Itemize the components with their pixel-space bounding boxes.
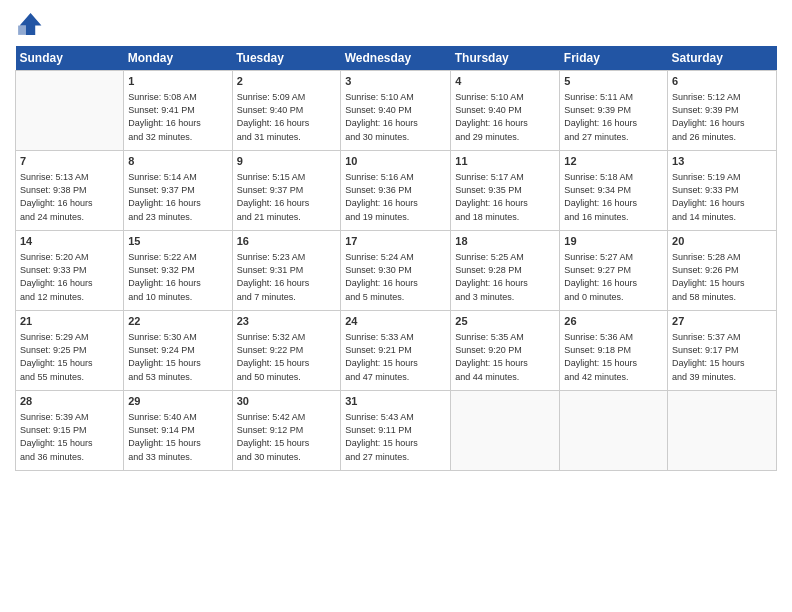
day-info: Sunrise: 5:08 AM Sunset: 9:41 PM Dayligh… (128, 91, 227, 143)
day-number: 24 (345, 314, 446, 329)
weekday-header-thursday: Thursday (451, 46, 560, 71)
day-info: Sunrise: 5:19 AM Sunset: 9:33 PM Dayligh… (672, 171, 772, 223)
day-info: Sunrise: 5:42 AM Sunset: 9:12 PM Dayligh… (237, 411, 337, 463)
calendar-cell: 12Sunrise: 5:18 AM Sunset: 9:34 PM Dayli… (560, 151, 668, 231)
calendar-cell: 24Sunrise: 5:33 AM Sunset: 9:21 PM Dayli… (341, 311, 451, 391)
calendar-cell (560, 391, 668, 471)
day-info: Sunrise: 5:14 AM Sunset: 9:37 PM Dayligh… (128, 171, 227, 223)
day-number: 28 (20, 394, 119, 409)
day-number: 4 (455, 74, 555, 89)
day-info: Sunrise: 5:24 AM Sunset: 9:30 PM Dayligh… (345, 251, 446, 303)
calendar-cell: 17Sunrise: 5:24 AM Sunset: 9:30 PM Dayli… (341, 231, 451, 311)
day-number: 19 (564, 234, 663, 249)
calendar-cell (451, 391, 560, 471)
day-number: 21 (20, 314, 119, 329)
calendar-cell: 13Sunrise: 5:19 AM Sunset: 9:33 PM Dayli… (668, 151, 777, 231)
day-info: Sunrise: 5:28 AM Sunset: 9:26 PM Dayligh… (672, 251, 772, 303)
calendar-cell: 28Sunrise: 5:39 AM Sunset: 9:15 PM Dayli… (16, 391, 124, 471)
weekday-header-wednesday: Wednesday (341, 46, 451, 71)
calendar-cell: 2Sunrise: 5:09 AM Sunset: 9:40 PM Daylig… (232, 71, 341, 151)
day-info: Sunrise: 5:33 AM Sunset: 9:21 PM Dayligh… (345, 331, 446, 383)
day-number: 18 (455, 234, 555, 249)
day-number: 11 (455, 154, 555, 169)
header (15, 10, 777, 38)
day-number: 30 (237, 394, 337, 409)
weekday-row: SundayMondayTuesdayWednesdayThursdayFrid… (16, 46, 777, 71)
calendar-cell: 21Sunrise: 5:29 AM Sunset: 9:25 PM Dayli… (16, 311, 124, 391)
day-number: 7 (20, 154, 119, 169)
logo-icon (15, 10, 43, 38)
day-info: Sunrise: 5:30 AM Sunset: 9:24 PM Dayligh… (128, 331, 227, 383)
calendar-cell: 25Sunrise: 5:35 AM Sunset: 9:20 PM Dayli… (451, 311, 560, 391)
day-info: Sunrise: 5:22 AM Sunset: 9:32 PM Dayligh… (128, 251, 227, 303)
day-info: Sunrise: 5:09 AM Sunset: 9:40 PM Dayligh… (237, 91, 337, 143)
day-info: Sunrise: 5:15 AM Sunset: 9:37 PM Dayligh… (237, 171, 337, 223)
calendar-cell: 6Sunrise: 5:12 AM Sunset: 9:39 PM Daylig… (668, 71, 777, 151)
page: SundayMondayTuesdayWednesdayThursdayFrid… (0, 0, 792, 612)
day-number: 15 (128, 234, 227, 249)
day-info: Sunrise: 5:16 AM Sunset: 9:36 PM Dayligh… (345, 171, 446, 223)
weekday-header-saturday: Saturday (668, 46, 777, 71)
week-row-4: 21Sunrise: 5:29 AM Sunset: 9:25 PM Dayli… (16, 311, 777, 391)
calendar-cell: 23Sunrise: 5:32 AM Sunset: 9:22 PM Dayli… (232, 311, 341, 391)
calendar-cell: 19Sunrise: 5:27 AM Sunset: 9:27 PM Dayli… (560, 231, 668, 311)
day-number: 22 (128, 314, 227, 329)
calendar-cell: 10Sunrise: 5:16 AM Sunset: 9:36 PM Dayli… (341, 151, 451, 231)
day-number: 25 (455, 314, 555, 329)
calendar-cell: 11Sunrise: 5:17 AM Sunset: 9:35 PM Dayli… (451, 151, 560, 231)
day-number: 17 (345, 234, 446, 249)
calendar-cell: 26Sunrise: 5:36 AM Sunset: 9:18 PM Dayli… (560, 311, 668, 391)
weekday-header-monday: Monday (124, 46, 232, 71)
calendar-body: 1Sunrise: 5:08 AM Sunset: 9:41 PM Daylig… (16, 71, 777, 471)
calendar-cell: 30Sunrise: 5:42 AM Sunset: 9:12 PM Dayli… (232, 391, 341, 471)
day-number: 12 (564, 154, 663, 169)
day-info: Sunrise: 5:10 AM Sunset: 9:40 PM Dayligh… (455, 91, 555, 143)
day-info: Sunrise: 5:18 AM Sunset: 9:34 PM Dayligh… (564, 171, 663, 223)
day-info: Sunrise: 5:32 AM Sunset: 9:22 PM Dayligh… (237, 331, 337, 383)
day-number: 3 (345, 74, 446, 89)
calendar-cell: 27Sunrise: 5:37 AM Sunset: 9:17 PM Dayli… (668, 311, 777, 391)
day-info: Sunrise: 5:11 AM Sunset: 9:39 PM Dayligh… (564, 91, 663, 143)
day-number: 31 (345, 394, 446, 409)
week-row-3: 14Sunrise: 5:20 AM Sunset: 9:33 PM Dayli… (16, 231, 777, 311)
day-info: Sunrise: 5:17 AM Sunset: 9:35 PM Dayligh… (455, 171, 555, 223)
day-number: 6 (672, 74, 772, 89)
calendar-cell: 29Sunrise: 5:40 AM Sunset: 9:14 PM Dayli… (124, 391, 232, 471)
day-info: Sunrise: 5:10 AM Sunset: 9:40 PM Dayligh… (345, 91, 446, 143)
calendar-cell: 20Sunrise: 5:28 AM Sunset: 9:26 PM Dayli… (668, 231, 777, 311)
day-number: 23 (237, 314, 337, 329)
calendar-cell: 16Sunrise: 5:23 AM Sunset: 9:31 PM Dayli… (232, 231, 341, 311)
day-number: 13 (672, 154, 772, 169)
calendar-cell: 7Sunrise: 5:13 AM Sunset: 9:38 PM Daylig… (16, 151, 124, 231)
calendar-cell: 14Sunrise: 5:20 AM Sunset: 9:33 PM Dayli… (16, 231, 124, 311)
calendar-cell (16, 71, 124, 151)
day-number: 2 (237, 74, 337, 89)
calendar-cell: 9Sunrise: 5:15 AM Sunset: 9:37 PM Daylig… (232, 151, 341, 231)
day-info: Sunrise: 5:27 AM Sunset: 9:27 PM Dayligh… (564, 251, 663, 303)
weekday-header-tuesday: Tuesday (232, 46, 341, 71)
calendar-cell: 15Sunrise: 5:22 AM Sunset: 9:32 PM Dayli… (124, 231, 232, 311)
day-info: Sunrise: 5:12 AM Sunset: 9:39 PM Dayligh… (672, 91, 772, 143)
calendar-cell: 1Sunrise: 5:08 AM Sunset: 9:41 PM Daylig… (124, 71, 232, 151)
day-info: Sunrise: 5:36 AM Sunset: 9:18 PM Dayligh… (564, 331, 663, 383)
calendar-table: SundayMondayTuesdayWednesdayThursdayFrid… (15, 46, 777, 471)
week-row-2: 7Sunrise: 5:13 AM Sunset: 9:38 PM Daylig… (16, 151, 777, 231)
weekday-header-friday: Friday (560, 46, 668, 71)
calendar-cell: 4Sunrise: 5:10 AM Sunset: 9:40 PM Daylig… (451, 71, 560, 151)
weekday-header-sunday: Sunday (16, 46, 124, 71)
day-number: 14 (20, 234, 119, 249)
day-info: Sunrise: 5:29 AM Sunset: 9:25 PM Dayligh… (20, 331, 119, 383)
day-number: 10 (345, 154, 446, 169)
day-number: 26 (564, 314, 663, 329)
svg-rect-1 (18, 26, 26, 35)
calendar-header: SundayMondayTuesdayWednesdayThursdayFrid… (16, 46, 777, 71)
day-info: Sunrise: 5:25 AM Sunset: 9:28 PM Dayligh… (455, 251, 555, 303)
calendar-cell: 22Sunrise: 5:30 AM Sunset: 9:24 PM Dayli… (124, 311, 232, 391)
day-number: 1 (128, 74, 227, 89)
calendar-cell: 8Sunrise: 5:14 AM Sunset: 9:37 PM Daylig… (124, 151, 232, 231)
day-number: 27 (672, 314, 772, 329)
calendar-cell: 3Sunrise: 5:10 AM Sunset: 9:40 PM Daylig… (341, 71, 451, 151)
logo (15, 10, 45, 38)
day-number: 8 (128, 154, 227, 169)
day-info: Sunrise: 5:40 AM Sunset: 9:14 PM Dayligh… (128, 411, 227, 463)
